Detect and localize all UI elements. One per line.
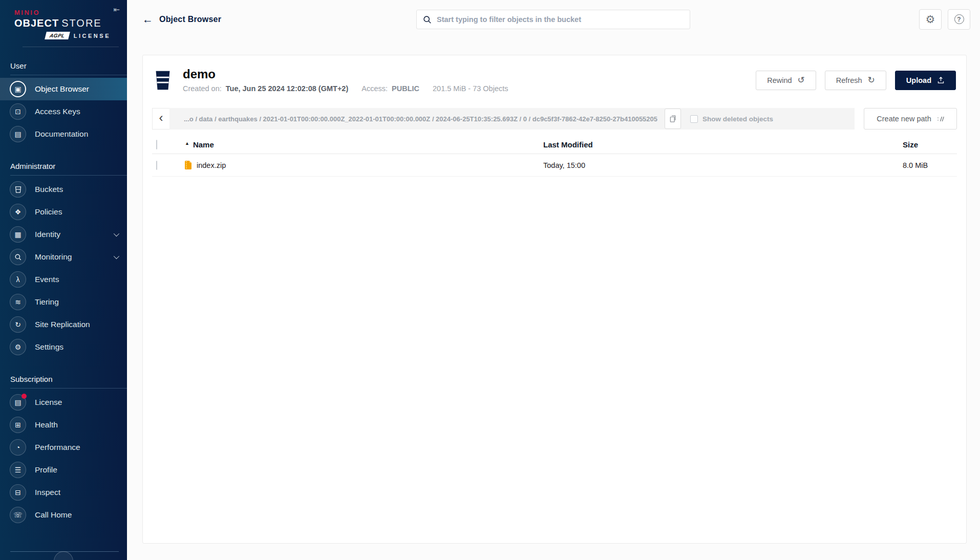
rewind-button[interactable]: Rewind ↺	[756, 71, 816, 90]
objects-table: ▲ Name Last Modified Size index.zip Toda…	[152, 136, 957, 177]
sidebar-item-performance[interactable]: ◔ Performance	[0, 436, 127, 459]
settings-button[interactable]: ⚙	[919, 9, 942, 30]
help-icon: ?	[954, 14, 964, 24]
page-header: ← Object Browser ⚙ ?	[127, 0, 980, 38]
license-row: AGPL LICENSE	[14, 32, 111, 39]
bucket-icon	[153, 70, 173, 91]
divider	[23, 47, 119, 47]
divider	[10, 175, 127, 176]
column-header-last-modified: Last Modified	[543, 140, 903, 149]
rewind-icon: ↺	[798, 76, 805, 84]
sidebar-item-buckets[interactable]: Buckets	[0, 178, 127, 201]
settings-icon: ⚙	[10, 339, 26, 355]
search-input[interactable]	[437, 15, 684, 24]
column-header-size: Size	[903, 140, 957, 149]
sidebar-item-tiering[interactable]: ≋ Tiering	[0, 291, 127, 313]
page-title: Object Browser	[159, 15, 221, 24]
sidebar-bottom-item[interactable]	[54, 551, 73, 560]
events-icon: λ	[10, 271, 26, 288]
sidebar-item-identity[interactable]: ▦ Identity	[0, 223, 127, 246]
search-icon	[423, 15, 432, 24]
agpl-badge: AGPL	[45, 32, 70, 39]
help-button[interactable]: ?	[948, 9, 970, 30]
sidebar-collapse-icon[interactable]: ⇤	[113, 5, 120, 14]
license-alert-dot	[22, 394, 27, 399]
upload-button[interactable]: Upload	[895, 71, 956, 90]
section-label-user: User	[0, 57, 127, 75]
monitoring-icon	[10, 249, 26, 265]
upload-icon	[937, 76, 945, 84]
copy-path-button[interactable]	[665, 109, 681, 129]
bucket-name: demo	[183, 68, 508, 80]
breadcrumb[interactable]: ...o / data / earthquakes / 2021-01-01T0…	[184, 115, 657, 123]
sidebar-item-license[interactable]: ▤ License	[0, 391, 127, 414]
topbar-icons: ⚙ ?	[919, 9, 970, 30]
sidebar-item-object-browser[interactable]: ▣ Object Browser	[0, 78, 127, 100]
section-label-administrator: Administrator	[0, 158, 127, 175]
object-size: 8.0 MiB	[903, 161, 957, 169]
sidebar-item-site-replication[interactable]: ↻ Site Replication	[0, 313, 127, 336]
sidebar-item-events[interactable]: λ Events	[0, 268, 127, 291]
table-header-row: ▲ Name Last Modified Size	[152, 136, 957, 154]
sidebar-item-profile[interactable]: ☰ Profile	[0, 459, 127, 481]
identity-icon: ▦	[10, 226, 26, 243]
sidebar-nav: User ▣ Object Browser ⊡ Access Keys ▤ Do…	[0, 47, 127, 526]
object-browser-icon: ▣	[10, 81, 26, 97]
chevron-left-icon: ‹	[159, 111, 163, 125]
bucket-browser-card: demo Created on: Tue, Jun 25 2024 12:02:…	[142, 55, 967, 544]
chevron-down-icon	[114, 253, 119, 259]
divider	[10, 75, 127, 75]
policies-icon: ❖	[10, 204, 26, 220]
bucket-header: demo Created on: Tue, Jun 25 2024 12:02:…	[152, 55, 957, 101]
sidebar-item-documentation[interactable]: ▤ Documentation	[0, 123, 127, 145]
bucket-usage: 201.5 MiB - 73 Objects	[433, 84, 508, 93]
license-icon: ▤	[10, 394, 26, 411]
profile-icon: ☰	[10, 462, 26, 478]
sidebar-item-inspect[interactable]: ⊟ Inspect	[0, 481, 127, 504]
minio-wordmark: MINIO	[14, 9, 127, 16]
divider	[10, 388, 127, 389]
sidebar-item-settings[interactable]: ⚙ Settings	[0, 336, 127, 358]
show-deleted-checkbox	[690, 115, 698, 123]
sidebar: ⇤ MINIO OBJECTSTORE AGPL LICENSE User ▣ …	[0, 0, 127, 560]
created-label: Created on:	[183, 84, 222, 93]
refresh-icon: ↻	[868, 76, 875, 84]
sort-ascending-icon[interactable]: ▲	[185, 141, 189, 146]
buckets-icon	[10, 181, 26, 198]
inspect-icon: ⊟	[10, 484, 26, 501]
performance-icon: ◔	[10, 439, 26, 456]
table-row[interactable]: index.zip Today, 15:00 8.0 MiB	[152, 154, 957, 177]
sidebar-item-call-home[interactable]: ☏ Call Home	[0, 504, 127, 526]
object-name: index.zip	[197, 161, 226, 169]
chevron-down-icon	[114, 231, 119, 236]
show-deleted-toggle[interactable]: Show deleted objects	[690, 115, 773, 123]
refresh-button[interactable]: Refresh ↻	[825, 71, 886, 90]
sidebar-item-access-keys[interactable]: ⊡ Access Keys	[0, 100, 127, 123]
documentation-icon: ▤	[10, 126, 26, 142]
bucket-meta: Created on: Tue, Jun 25 2024 12:02:08 (G…	[183, 84, 508, 93]
sidebar-item-health[interactable]: ⊞ Health	[0, 414, 127, 436]
column-header-name[interactable]: Name	[193, 140, 214, 149]
new-path-icon	[936, 115, 944, 123]
bucket-headtext: demo Created on: Tue, Jun 25 2024 12:02:…	[183, 68, 508, 93]
row-checkbox[interactable]	[156, 161, 157, 170]
path-back-button[interactable]: ‹	[152, 108, 169, 130]
brand-logo: ⇤ MINIO OBJECTSTORE AGPL LICENSE	[0, 0, 127, 47]
sidebar-item-policies[interactable]: ❖ Policies	[0, 201, 127, 223]
call-home-icon: ☏	[10, 507, 26, 523]
tiering-icon: ≋	[10, 294, 26, 310]
select-all-checkbox[interactable]	[156, 140, 157, 149]
create-new-path-button[interactable]: Create new path	[864, 108, 957, 130]
back-arrow-icon[interactable]: ←	[142, 14, 153, 25]
site-replication-icon: ↻	[10, 316, 26, 333]
object-last-modified: Today, 15:00	[543, 161, 903, 169]
search-bar	[416, 10, 690, 29]
main-content: ← Object Browser ⚙ ?	[127, 0, 980, 560]
health-icon: ⊞	[10, 417, 26, 433]
sidebar-item-monitoring[interactable]: Monitoring	[0, 246, 127, 268]
access-keys-icon: ⊡	[10, 103, 26, 120]
bucket-actions: Rewind ↺ Refresh ↻ Upload	[756, 71, 956, 90]
gear-icon: ⚙	[926, 14, 935, 25]
product-name: OBJECTSTORE	[14, 17, 127, 29]
section-label-subscription: Subscription	[0, 371, 127, 388]
